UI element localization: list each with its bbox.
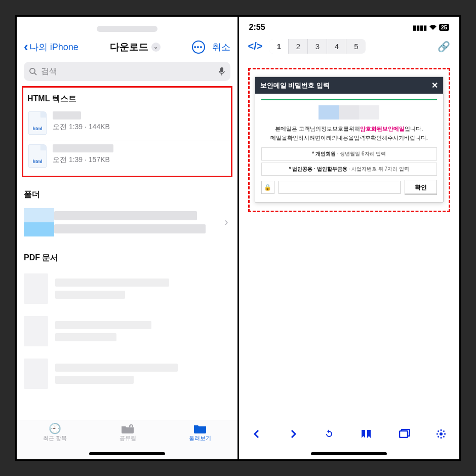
cancel-button[interactable]: 취소 — [212, 41, 230, 53]
mic-icon[interactable] — [218, 67, 225, 76]
tab-browse[interactable]: 둘러보기 — [189, 423, 211, 459]
file-row[interactable]: html 오전 1:39 · 157KB — [24, 140, 230, 173]
folder-row[interactable]: › — [24, 206, 230, 239]
secure-mail-modal: 보안메일 비밀번호 입력 ✕ 본메일은 고객님의정보보호를위해암호화된보안메일입… — [255, 76, 444, 203]
browser-pane: 2:55 ▮▮▮▮ 25 </> 1 2 3 4 5 🔗 — [239, 17, 460, 459]
search-icon — [29, 67, 37, 75]
list-item[interactable] — [24, 353, 230, 396]
nav-forward-icon[interactable] — [288, 429, 298, 439]
file-meta: 오전 1:39 · 157KB — [53, 155, 226, 165]
search-placeholder: 검색 — [41, 66, 214, 77]
folder-icon — [193, 423, 207, 433]
back-button[interactable]: ‹ 나의 iPhone — [24, 39, 78, 55]
close-icon[interactable]: ✕ — [431, 81, 438, 90]
hint-corporate: * 법인공용 · 법인할부금융 · 사업자번호 뒤 7자리 입력 — [261, 163, 438, 176]
status-bar: 2:55 ▮▮▮▮ 25 — [239, 17, 460, 35]
tabs-icon[interactable] — [399, 429, 410, 438]
section-html-text: HTML 텍스트 — [24, 89, 230, 107]
bookmarks-icon[interactable] — [361, 429, 373, 439]
status-time: 2:55 — [249, 23, 265, 32]
svg-point-7 — [440, 432, 443, 435]
hint-individual: * 개인회원 · 생년월일 6자리 입력 — [261, 147, 438, 161]
password-input[interactable] — [279, 181, 401, 194]
folder-thumb — [24, 208, 54, 236]
shared-folder-icon — [121, 423, 134, 433]
battery-icon: 25 — [439, 24, 449, 31]
highlight-box: HTML 텍스트 html 오전 1:39 · 144KB html 오전 1:… — [22, 86, 232, 177]
more-button[interactable]: ••• — [192, 41, 205, 54]
tab-recent[interactable]: 🕘 최근 항목 — [43, 423, 67, 459]
file-meta: 오전 1:39 · 144KB — [53, 123, 226, 132]
modal-title: 보안메일 비밀번호 입력 — [260, 81, 330, 90]
search-input[interactable]: 검색 — [24, 62, 230, 81]
reload-icon[interactable] — [324, 429, 334, 439]
pdf-thumb — [24, 316, 48, 346]
list-item[interactable] — [24, 311, 230, 353]
file-name-redacted — [53, 144, 113, 152]
back-label: 나의 iPhone — [29, 41, 78, 53]
highlight-box: 보안메일 비밀번호 입력 ✕ 본메일은 고객님의정보보호를위해암호화된보안메일입… — [248, 68, 451, 212]
home-indicator[interactable] — [311, 452, 387, 455]
svg-rect-2 — [220, 67, 223, 72]
confirm-button[interactable]: 확인 — [405, 180, 437, 195]
lock-icon: 🔒 — [261, 181, 274, 194]
file-row[interactable]: html 오전 1:39 · 144KB — [24, 107, 230, 140]
accent-line — [261, 99, 438, 100]
html-file-icon: html — [28, 144, 47, 168]
page-5[interactable]: 5 — [346, 39, 366, 54]
wifi-icon — [429, 24, 437, 30]
chevron-down-icon[interactable]: ⌄ — [151, 43, 161, 52]
svg-rect-6 — [400, 431, 408, 438]
modal-message: 본메일은 고객님의정보보호를위해암호화된보안메일입니다. 메일을확인하시려면아래… — [261, 125, 438, 142]
page-title: 다운로드 ⌄ — [78, 41, 192, 54]
chevron-right-icon: › — [222, 216, 230, 229]
link-icon[interactable]: 🔗 — [438, 41, 450, 53]
page-3[interactable]: 3 — [308, 39, 327, 54]
files-app-pane: ‹ 나의 iPhone 다운로드 ⌄ ••• 취소 검색 HTML 텍스트 — [17, 17, 239, 459]
folder-name-redacted — [54, 208, 222, 236]
page-1[interactable]: 1 — [269, 39, 289, 54]
page-2[interactable]: 2 — [289, 39, 308, 54]
chevron-left-icon: ‹ — [24, 39, 28, 55]
section-folder: 폴더 — [17, 184, 237, 203]
logo-redacted — [319, 105, 379, 120]
page-segmented-control: 1 2 3 4 5 — [269, 39, 366, 54]
svg-point-0 — [30, 68, 35, 73]
home-indicator[interactable] — [89, 452, 165, 455]
clock-icon: 🕘 — [49, 423, 61, 433]
source-code-icon[interactable]: </> — [248, 41, 263, 52]
sheet-grabber[interactable] — [97, 26, 157, 32]
html-file-icon: html — [28, 111, 47, 135]
signal-icon: ▮▮▮▮ — [413, 24, 427, 31]
svg-line-1 — [34, 73, 36, 75]
list-item[interactable] — [24, 268, 230, 311]
settings-icon[interactable] — [436, 429, 446, 439]
file-name-redacted — [53, 111, 81, 120]
pdf-thumb — [24, 359, 48, 389]
nav-back-icon[interactable] — [252, 429, 262, 439]
page-4[interactable]: 4 — [327, 39, 346, 54]
pdf-thumb — [24, 273, 48, 304]
section-pdf: PDF 문서 — [17, 248, 237, 266]
svg-point-5 — [131, 425, 132, 427]
